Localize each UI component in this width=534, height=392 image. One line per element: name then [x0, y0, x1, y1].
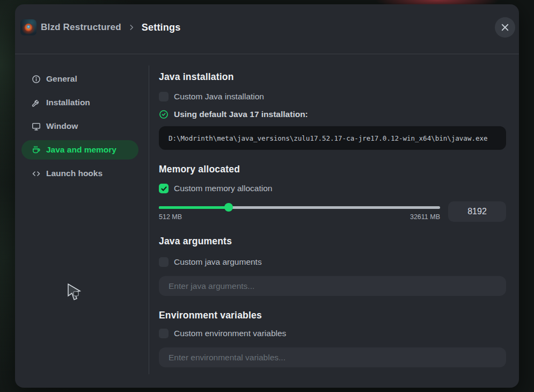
- instance-icon: [20, 19, 36, 35]
- java-path-box: D:\Modrinth\meta\java_versions\zulu17.52…: [159, 126, 506, 150]
- custom-java-installation-row: Custom Java installation: [159, 92, 264, 101]
- close-icon: [500, 23, 510, 32]
- java-arguments-input[interactable]: [159, 276, 506, 296]
- sidebar-item-java-and-memory[interactable]: Java and memory: [21, 140, 138, 159]
- sidebar-item-label: Java and memory: [46, 145, 116, 155]
- instance-name: Blzd Restructured: [41, 22, 121, 33]
- sidebar-item-label: Launch hooks: [46, 169, 103, 178]
- custom-java-arguments-label: Custom java arguments: [174, 257, 262, 267]
- memory-allocated-heading: Memory allocated: [159, 164, 240, 175]
- breadcrumb: Blzd Restructured Settings: [41, 19, 180, 35]
- memory-slider[interactable]: [159, 202, 440, 213]
- sidebar-content-divider: [149, 66, 149, 374]
- sidebar-item-label: General: [46, 74, 77, 84]
- app-screen: Blzd Restructured Settings General: [0, 0, 534, 392]
- wrench-icon: [31, 98, 41, 107]
- custom-memory-checkbox[interactable]: [159, 184, 169, 193]
- sidebar-item-label: Window: [46, 121, 78, 131]
- environment-variables-heading: Environment variables: [159, 310, 262, 321]
- memory-slider-thumb[interactable]: [224, 203, 233, 212]
- page-title: Settings: [142, 22, 181, 33]
- custom-environment-variables-label: Custom environment variables: [174, 329, 286, 338]
- java-path-text: D:\Modrinth\meta\java_versions\zulu17.52…: [169, 134, 488, 142]
- default-java-status-text: Using default Java 17 installation:: [174, 110, 308, 119]
- coffee-icon: [31, 146, 41, 155]
- sidebar-item-general[interactable]: General: [21, 69, 138, 89]
- sidebar-item-installation[interactable]: Installation: [21, 93, 138, 112]
- environment-variables-input[interactable]: [159, 347, 506, 367]
- memory-min-label: 512 MB: [159, 213, 182, 221]
- java-arguments-heading: Java arguments: [159, 236, 232, 247]
- custom-java-arguments-row: Custom java arguments: [159, 257, 262, 267]
- memory-slider-labels: 512 MB 32611 MB: [159, 213, 440, 221]
- custom-java-installation-checkbox[interactable]: [159, 92, 169, 101]
- custom-memory-label: Custom memory allocation: [174, 184, 272, 193]
- custom-environment-variables-row: Custom environment variables: [159, 329, 286, 338]
- instance-settings-modal: Blzd Restructured Settings General: [15, 4, 519, 388]
- header-divider: [15, 54, 519, 54]
- monitor-icon: [31, 122, 41, 131]
- default-java-status-row: Using default Java 17 installation:: [159, 110, 308, 119]
- custom-memory-row: Custom memory allocation: [159, 184, 272, 193]
- custom-environment-variables-checkbox[interactable]: [159, 329, 169, 338]
- memory-value-input[interactable]: [448, 201, 506, 222]
- close-button[interactable]: [495, 17, 515, 38]
- custom-java-arguments-checkbox[interactable]: [159, 257, 169, 267]
- info-circle-icon: [31, 75, 41, 84]
- memory-max-label: 32611 MB: [410, 213, 440, 221]
- sidebar-item-launch-hooks[interactable]: Launch hooks: [21, 164, 138, 183]
- settings-sidebar: General Installation Window Java and mem…: [21, 69, 138, 187]
- chevron-right-icon: [128, 24, 135, 31]
- code-icon: [31, 169, 41, 178]
- check-circle-icon: [159, 110, 169, 119]
- memory-slider-fill: [159, 206, 229, 209]
- checkmark-icon: [160, 185, 167, 192]
- custom-java-installation-label: Custom Java installation: [174, 92, 264, 101]
- java-installation-heading: Java installation: [159, 71, 234, 83]
- sidebar-item-label: Installation: [46, 98, 90, 107]
- sidebar-item-window[interactable]: Window: [21, 117, 138, 136]
